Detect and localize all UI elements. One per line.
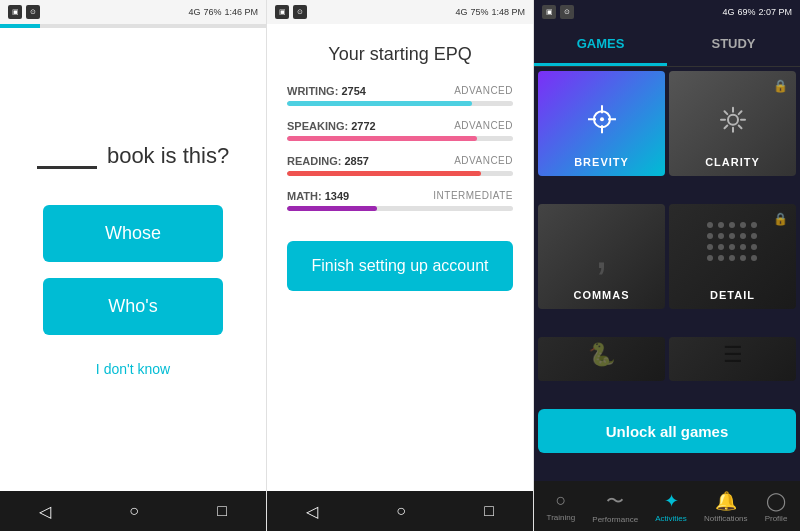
skill-writing-label: WRITING: 2754 (287, 85, 366, 97)
dont-know-link[interactable]: I don't know (96, 361, 170, 377)
skill-math-bar (287, 206, 377, 211)
status-bar-2: ▣ ⊙ 4G 75% 1:48 PM (267, 0, 533, 24)
app-icon-5: ▣ (542, 5, 556, 19)
app-icon-3: ▣ (275, 5, 289, 19)
status-info-3: 4G 69% 2:07 PM (722, 7, 792, 17)
activities-icon: ✦ (664, 490, 679, 512)
game-card-locked-2[interactable]: ☰ (669, 337, 796, 381)
game-card-brevity[interactable]: BREVITY (538, 71, 665, 176)
unlock-all-button[interactable]: Unlock all games (538, 409, 796, 453)
nav-activities[interactable]: ✦ Activities (655, 490, 687, 523)
detail-label: DETAIL (710, 289, 755, 301)
notifications-icon: 🔔 (715, 490, 737, 512)
skill-speaking-bar (287, 136, 477, 141)
training-icon: ○ (555, 490, 566, 511)
answer-whos-button[interactable]: Who's (43, 278, 223, 335)
profile-icon: ◯ (766, 490, 786, 512)
skill-reading-bar (287, 171, 481, 176)
skill-reading-bar-bg (287, 171, 513, 176)
nav-bar-1: ◁ ○ □ (0, 491, 266, 531)
nav-back-icon[interactable]: ◁ (39, 502, 51, 521)
status-bar-1: ▣ ⊙ 4G 76% 1:46 PM (0, 0, 266, 24)
skill-speaking-bar-bg (287, 136, 513, 141)
skill-writing: WRITING: 2754 ADVANCED (287, 85, 513, 106)
skill-writing-score: 2754 (341, 85, 365, 97)
status-bar-3: ▣ ⊙ 4G 69% 2:07 PM (534, 0, 800, 24)
brevity-label: BREVITY (574, 156, 629, 168)
nav-bar-2: ◁ ○ □ (267, 491, 533, 531)
question-text: book is this? (37, 143, 229, 169)
nav-recent-icon-2[interactable]: □ (484, 502, 494, 520)
status-info-2: 4G 75% 1:48 PM (455, 7, 525, 17)
notifications-label: Notifications (704, 514, 748, 523)
locked-1-icon: 🐍 (588, 342, 615, 368)
brevity-icon (586, 103, 618, 135)
nav-notifications[interactable]: 🔔 Notifications (704, 490, 748, 523)
skill-speaking-label: SPEAKING: 2772 (287, 120, 376, 132)
skill-math: MATH: 1349 INTERMEDIATE (287, 190, 513, 211)
tab-study[interactable]: STUDY (667, 24, 800, 66)
skill-reading-label: READING: 2857 (287, 155, 369, 167)
bottom-nav-3: ○ Training 〜 Performance ✦ Activities 🔔 … (534, 481, 800, 531)
nav-home-icon[interactable]: ○ (129, 502, 139, 520)
epq-content: Your starting EPQ WRITING: 2754 ADVANCED… (267, 24, 533, 491)
detail-lock-icon: 🔒 (773, 212, 788, 226)
app-icon-2: ⊙ (26, 5, 40, 19)
nav-back-icon-2[interactable]: ◁ (306, 502, 318, 521)
quiz-panel: ▣ ⊙ 4G 76% 1:46 PM book is this? Whose W… (0, 0, 267, 531)
game-card-locked-1[interactable]: 🐍 (538, 337, 665, 381)
clarity-lock-icon: 🔒 (773, 79, 788, 93)
blank-indicator (37, 166, 97, 169)
nav-home-icon-2[interactable]: ○ (396, 502, 406, 520)
locked-2-icon: ☰ (723, 342, 743, 368)
activities-label: Activities (655, 514, 687, 523)
tab-bar: GAMES STUDY (534, 24, 800, 67)
nav-training[interactable]: ○ Training (547, 490, 576, 522)
epq-title: Your starting EPQ (287, 44, 513, 65)
skill-writing-bar-bg (287, 101, 513, 106)
performance-label: Performance (592, 515, 638, 524)
game-card-detail[interactable]: 🔒 DETAIL (669, 204, 796, 309)
app-icon-4: ⊙ (293, 5, 307, 19)
skill-reading-level: ADVANCED (454, 155, 513, 167)
skill-math-label: MATH: 1349 (287, 190, 349, 202)
detail-visual (707, 222, 759, 263)
clarity-label: CLARITY (705, 156, 760, 168)
nav-recent-icon[interactable]: □ (217, 502, 227, 520)
performance-icon: 〜 (606, 489, 624, 513)
status-info-1: 4G 76% 1:46 PM (188, 7, 258, 17)
clarity-icon (719, 105, 747, 133)
app-icon-1: ▣ (8, 5, 22, 19)
games-panel: ▣ ⊙ 4G 69% 2:07 PM GAMES STUDY (534, 0, 800, 531)
commas-label: COMMAS (573, 289, 629, 301)
profile-label: Profile (765, 514, 788, 523)
skill-math-level: INTERMEDIATE (433, 190, 513, 202)
game-card-commas[interactable]: , COMMAS (538, 204, 665, 309)
app-icon-6: ⊙ (560, 5, 574, 19)
skill-writing-bar (287, 101, 472, 106)
epq-panel: ▣ ⊙ 4G 75% 1:48 PM Your starting EPQ WRI… (267, 0, 534, 531)
skill-speaking-score: 2772 (351, 120, 375, 132)
svg-point-6 (728, 114, 738, 124)
tab-games[interactable]: GAMES (534, 24, 667, 66)
nav-performance[interactable]: 〜 Performance (592, 489, 638, 524)
skill-math-score: 1349 (325, 190, 349, 202)
game-card-clarity[interactable]: 🔒 CLARITY (669, 71, 796, 176)
skill-writing-level: ADVANCED (454, 85, 513, 97)
skill-math-bar-bg (287, 206, 513, 211)
nav-profile[interactable]: ◯ Profile (765, 490, 788, 523)
quiz-content: book is this? Whose Who's I don't know (0, 28, 266, 491)
finish-button[interactable]: Finish setting up account (287, 241, 513, 291)
games-grid: BREVITY 🔒 CLARITY , COMMAS 🔒 (534, 67, 800, 481)
commas-visual: , (594, 224, 608, 276)
skill-reading: READING: 2857 ADVANCED (287, 155, 513, 176)
skill-speaking-level: ADVANCED (454, 120, 513, 132)
training-label: Training (547, 513, 576, 522)
skill-reading-score: 2857 (344, 155, 368, 167)
answer-whose-button[interactable]: Whose (43, 205, 223, 262)
svg-point-5 (600, 117, 604, 121)
skill-speaking: SPEAKING: 2772 ADVANCED (287, 120, 513, 141)
